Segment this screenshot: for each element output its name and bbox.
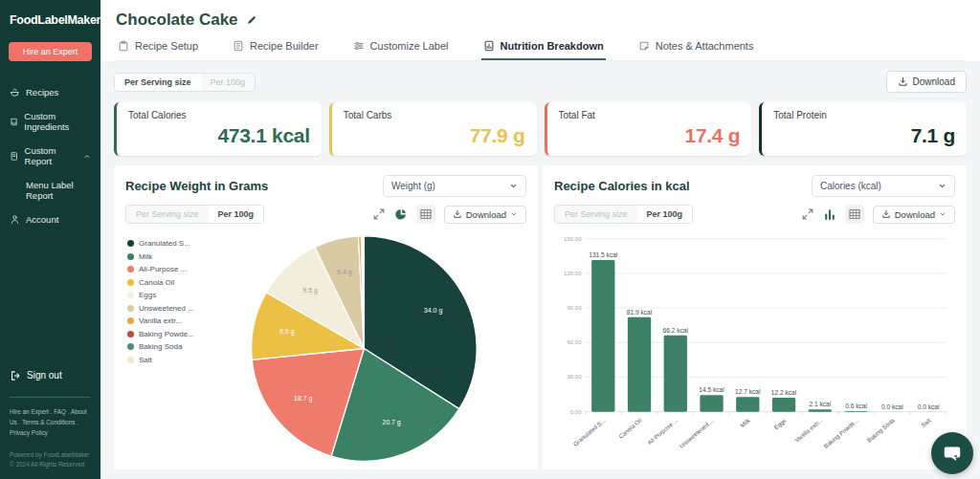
toggle-per-100g[interactable]: Per 100g bbox=[209, 206, 264, 223]
pie-download-button[interactable]: Download bbox=[444, 206, 526, 224]
legend-item-baking-soda[interactable]: Baking Soda bbox=[127, 342, 194, 351]
main-area: Chocolate Cake Recipe SetupRecipe Builde… bbox=[100, 0, 980, 479]
bar-value-label: 66.2 kcal bbox=[663, 327, 689, 334]
page-title: Chocolate Cake bbox=[116, 11, 238, 30]
tab-label: Recipe Setup bbox=[135, 40, 198, 52]
bar-eggs[interactable] bbox=[772, 398, 795, 412]
legend-item-baking-powde[interactable]: Baking Powde... bbox=[127, 330, 194, 338]
card-total-calories: Total Calories473.1 kcal bbox=[114, 102, 322, 156]
toggle-per-serving-size[interactable]: Per Serving size bbox=[555, 206, 637, 223]
card-value: 77.9 g bbox=[344, 124, 525, 147]
tab-nutrition-breakdown[interactable]: Nutrition Breakdown bbox=[481, 40, 606, 60]
legend-label: Unsweetened ... bbox=[139, 304, 194, 313]
y-axis-tick: 0.00 bbox=[570, 409, 582, 415]
charts-row: Recipe Weight in Grams Weight (g) Per Se… bbox=[114, 165, 967, 469]
table-view-icon[interactable] bbox=[845, 205, 864, 224]
person-icon bbox=[10, 214, 20, 225]
y-axis-tick: 30.00 bbox=[567, 374, 582, 380]
bar-chart-icon[interactable] bbox=[823, 207, 836, 221]
bar-milk[interactable] bbox=[736, 397, 759, 411]
sidebar-item-custom-ingredients[interactable]: Custom Ingredients bbox=[0, 104, 100, 139]
download-button[interactable]: Download bbox=[886, 71, 967, 93]
x-axis-label: Milk bbox=[739, 416, 752, 428]
legend-item-vanilla-extr[interactable]: Vanilla extr... bbox=[127, 316, 194, 325]
bar-baking-powde[interactable] bbox=[844, 411, 867, 412]
tab-notes-attachments[interactable]: Notes & Attachments bbox=[636, 40, 756, 60]
x-axis-label: Baking Powde... bbox=[822, 417, 859, 449]
chevron-down-icon bbox=[939, 210, 947, 218]
toggle-per-serving-size[interactable]: Per Serving size bbox=[126, 206, 209, 223]
bar-vanilla-extr[interactable] bbox=[809, 409, 832, 412]
hire-expert-button[interactable]: Hire an Expert bbox=[9, 42, 92, 61]
app-root: FoodLabelMaker.com Hire an Expert Recipe… bbox=[0, 0, 980, 479]
card-total-fat: Total Fat17.4 g bbox=[545, 102, 752, 156]
weight-unit-select[interactable]: Weight (g) bbox=[383, 175, 526, 197]
x-axis-label: Eggs bbox=[772, 417, 787, 430]
sidebar-item-recipes[interactable]: Recipes bbox=[0, 80, 100, 104]
sidebar-item-label: Menu Label Report bbox=[26, 180, 91, 201]
legend-item-salt[interactable]: Salt bbox=[127, 356, 194, 364]
pie-slice-label: 9.5 g bbox=[302, 287, 318, 294]
legend-label: Baking Soda bbox=[139, 342, 182, 351]
legend-dot bbox=[127, 331, 134, 337]
tab-customize-label[interactable]: Customize Label bbox=[351, 40, 451, 60]
legend-dot bbox=[127, 240, 134, 247]
tab-label: Notes & Attachments bbox=[656, 40, 754, 52]
edit-title-pencil-icon[interactable] bbox=[246, 14, 257, 26]
legend-label: Canola Oil bbox=[139, 278, 174, 287]
legend-label: Granulated S... bbox=[139, 239, 190, 248]
legend-item-canola-oil[interactable]: Canola Oil bbox=[127, 278, 194, 287]
download-icon bbox=[881, 209, 891, 219]
pie-slice-salt[interactable] bbox=[364, 236, 365, 349]
sidebar-footer-links[interactable]: Hire an Expert . FAQ . About Us . Terms … bbox=[0, 407, 100, 439]
sign-out-button[interactable]: Sign out bbox=[0, 362, 100, 389]
sidebar-item-menu-label-report[interactable]: Menu Label Report bbox=[0, 173, 100, 207]
x-axis-label: Salt bbox=[920, 417, 932, 428]
pie-chart-icon[interactable] bbox=[394, 207, 408, 221]
tab-recipe-setup[interactable]: Recipe Setup bbox=[116, 40, 200, 60]
expand-icon[interactable] bbox=[372, 207, 386, 221]
table-view-icon[interactable] bbox=[416, 205, 435, 224]
bar-serving-toggle: Per Serving sizePer 100g bbox=[554, 205, 693, 224]
sidebar-divider bbox=[10, 397, 91, 398]
calories-unit-select[interactable]: Calories (kcal) bbox=[812, 175, 955, 197]
expand-icon[interactable] bbox=[801, 207, 814, 221]
sidebar-spacer bbox=[0, 231, 100, 362]
clipboard-icon bbox=[118, 40, 129, 52]
x-axis-label: Canola Oil bbox=[617, 417, 643, 440]
pie-slice-label: 20.7 g bbox=[382, 419, 401, 426]
card-value: 7.1 g bbox=[773, 124, 955, 147]
toggle-per-100g[interactable]: Per 100g bbox=[201, 74, 256, 91]
x-axis-label: Baking Soda bbox=[865, 416, 896, 443]
app-logo: FoodLabelMaker.com bbox=[0, 0, 100, 27]
card-value: 17.4 g bbox=[559, 124, 741, 147]
legend-item-all-purpose[interactable]: All-Purpose ... bbox=[127, 265, 194, 273]
chevron-down-icon bbox=[510, 210, 518, 218]
toggle-per-serving-size[interactable]: Per Serving size bbox=[115, 74, 201, 91]
chat-bubble-icon bbox=[942, 443, 963, 464]
tab-recipe-builder[interactable]: Recipe Builder bbox=[231, 40, 321, 60]
legend-item-granulated-s[interactable]: Granulated S... bbox=[127, 239, 194, 248]
toggle-per-100g[interactable]: Per 100g bbox=[637, 206, 693, 223]
bar-unsweetened[interactable] bbox=[700, 395, 723, 411]
legend-label: All-Purpose ... bbox=[139, 265, 187, 273]
bar-canola-oil[interactable] bbox=[628, 317, 651, 412]
panel-title: Recipe Calories in kcal bbox=[554, 179, 690, 193]
bar-granulated-s[interactable] bbox=[591, 260, 614, 412]
tab-label: Recipe Builder bbox=[250, 40, 319, 52]
legend-item-milk[interactable]: Milk bbox=[127, 252, 194, 261]
sidebar-item-account[interactable]: Account bbox=[0, 207, 100, 231]
chat-button[interactable] bbox=[931, 432, 973, 474]
download-label: Download bbox=[466, 209, 506, 220]
pie-slice-label: 6.4 g bbox=[337, 269, 352, 276]
chevron-up-icon[interactable] bbox=[83, 152, 91, 161]
sidebar-item-label: Custom Report bbox=[25, 145, 78, 166]
legend-dot bbox=[127, 253, 134, 260]
bar-all-purpose[interactable] bbox=[664, 336, 687, 412]
sidebar-item-custom-report[interactable]: Custom Report bbox=[0, 139, 100, 173]
legend-item-eggs[interactable]: Eggs bbox=[127, 291, 194, 299]
bar-download-button[interactable]: Download bbox=[873, 206, 955, 224]
y-axis-tick: 60.00 bbox=[567, 339, 582, 345]
sidebar-item-label: Account bbox=[26, 214, 58, 225]
legend-item-unsweetened[interactable]: Unsweetened ... bbox=[127, 304, 194, 313]
